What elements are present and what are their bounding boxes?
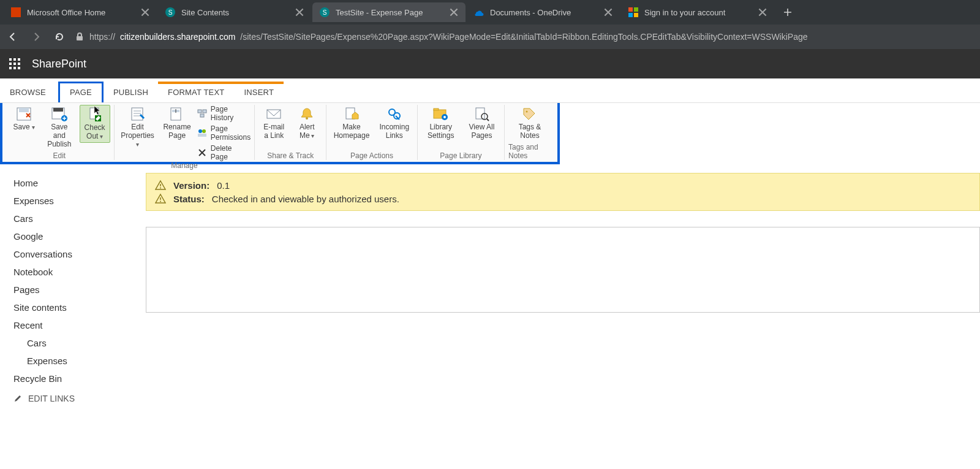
group-label-share-track: Share & Track xyxy=(267,151,314,160)
close-icon[interactable] xyxy=(141,8,149,17)
close-icon[interactable] xyxy=(758,8,767,17)
nav-conversations[interactable]: Conversations xyxy=(13,245,134,263)
close-icon[interactable] xyxy=(450,8,458,17)
url-display[interactable]: https://citizenbuilders.sharepoint.com/s… xyxy=(75,32,808,42)
nav-recent-cars[interactable]: Cars xyxy=(13,334,134,352)
svg-rect-7 xyxy=(628,13,633,17)
svg-text:S: S xyxy=(168,9,173,16)
reload-icon xyxy=(54,31,65,42)
svg-rect-18 xyxy=(18,67,20,69)
browser-address-bar: https://citizenbuilders.sharepoint.com/s… xyxy=(0,25,980,49)
version-label: Version: xyxy=(173,180,209,191)
incoming-links-label: Incoming Links xyxy=(378,123,411,140)
email-link-label: E-mail a Link xyxy=(261,123,287,140)
nav-pages[interactable]: Pages xyxy=(13,281,134,299)
lock-icon xyxy=(75,32,85,42)
svg-rect-16 xyxy=(9,67,12,69)
nav-notebook[interactable]: Notebook xyxy=(13,263,134,281)
nav-site-contents[interactable]: Site contents xyxy=(13,299,134,316)
library-settings-button[interactable]: Library Settings xyxy=(421,105,461,142)
tab-title: Site Contents xyxy=(181,8,289,17)
close-icon[interactable] xyxy=(604,8,612,17)
svg-rect-10 xyxy=(9,58,12,61)
tab-insert[interactable]: INSERT xyxy=(234,82,284,102)
nav-home[interactable]: Home xyxy=(13,174,134,192)
svg-rect-35 xyxy=(200,114,204,117)
quick-launch: Home Expenses Cars Google Conversations … xyxy=(0,164,146,403)
microsoft-icon xyxy=(628,7,638,17)
save-and-publish-button[interactable]: Save and Publish xyxy=(42,105,77,150)
ribbon-tabs: BROWSE PAGE PUBLISH FORMAT TEXT INSERT xyxy=(0,78,980,103)
page-permissions-label: Page Permissions xyxy=(211,124,251,142)
make-homepage-button[interactable]: Make Homepage xyxy=(330,105,373,142)
alert-me-button[interactable]: Alert Me xyxy=(292,105,322,142)
svg-rect-13 xyxy=(9,63,12,65)
reload-button[interactable] xyxy=(51,29,67,45)
browser-tab[interactable]: S Site Contents xyxy=(158,2,311,22)
browser-tab[interactable]: Microsoft Office Home xyxy=(4,2,157,22)
status-label: Status: xyxy=(173,194,205,204)
svg-rect-0 xyxy=(11,7,21,17)
edit-properties-icon xyxy=(129,106,146,122)
email-link-button[interactable]: E-mail a Link xyxy=(258,105,289,142)
delete-page-button[interactable]: Delete Page xyxy=(197,144,251,161)
sharepoint-suite-bar: SharePoint xyxy=(0,49,980,78)
permissions-icon xyxy=(197,128,207,138)
alert-me-label: Alert Me xyxy=(294,123,320,140)
group-label-page-actions: Page Actions xyxy=(350,151,393,160)
wiki-page-editor[interactable] xyxy=(146,227,980,313)
save-button[interactable]: Save xyxy=(9,105,39,133)
svg-rect-46 xyxy=(434,109,439,110)
svg-rect-39 xyxy=(267,110,281,118)
nav-recycle-bin[interactable]: Recycle Bin xyxy=(13,370,134,387)
tab-publish[interactable]: PUBLISH xyxy=(104,82,158,102)
nav-recent-expenses[interactable]: Expenses xyxy=(13,352,134,370)
office-icon xyxy=(11,7,21,17)
svg-rect-34 xyxy=(203,110,206,113)
suite-title[interactable]: SharePoint xyxy=(32,58,86,71)
svg-point-37 xyxy=(202,129,206,133)
edit-properties-button[interactable]: Edit Properties xyxy=(118,105,157,150)
forward-button[interactable] xyxy=(28,29,44,45)
save-label: Save xyxy=(13,123,34,132)
nav-cars[interactable]: Cars xyxy=(13,210,134,227)
check-out-label: Check Out xyxy=(83,124,107,141)
links-icon xyxy=(386,106,403,122)
check-out-button[interactable]: Check Out xyxy=(80,105,110,143)
save-publish-label: Save and Publish xyxy=(44,123,75,148)
close-icon[interactable] xyxy=(295,8,304,17)
nav-expenses[interactable]: Expenses xyxy=(13,192,134,210)
browser-tab[interactable]: Documents - OneDrive xyxy=(467,2,620,22)
svg-text:S: S xyxy=(323,9,327,16)
rename-page-button[interactable]: Rename Page xyxy=(159,105,194,142)
tab-title: Documents - OneDrive xyxy=(490,8,598,17)
view-all-pages-button[interactable]: View All Pages xyxy=(463,105,500,142)
page-history-label: Page History xyxy=(211,105,251,122)
tab-browse[interactable]: BROWSE xyxy=(0,82,56,102)
history-icon xyxy=(197,109,207,118)
tab-format-text[interactable]: FORMAT TEXT xyxy=(158,82,234,102)
tab-title: Sign in to your account xyxy=(644,8,752,17)
new-tab-button[interactable] xyxy=(779,4,796,21)
tags-notes-button[interactable]: Tags & Notes xyxy=(508,105,551,142)
delete-icon xyxy=(197,148,207,158)
page-permissions-button[interactable]: Page Permissions xyxy=(197,124,251,142)
incoming-links-button[interactable]: Incoming Links xyxy=(375,105,413,142)
svg-rect-8 xyxy=(634,13,638,17)
manage-small-buttons: Page History Page Permissions Delete Pag… xyxy=(197,105,251,161)
browser-tab[interactable]: Sign in to your account xyxy=(621,2,774,22)
home-page-icon xyxy=(343,106,360,122)
save-icon xyxy=(15,106,32,122)
nav-recent[interactable]: Recent xyxy=(13,316,134,334)
tab-title: TestSite - Expense Page xyxy=(336,8,443,17)
content-area: Version: 0.1 Status: Checked in and view… xyxy=(146,164,980,403)
nav-google[interactable]: Google xyxy=(13,227,134,245)
edit-links-button[interactable]: EDIT LINKS xyxy=(13,394,134,403)
app-launcher-icon[interactable] xyxy=(9,58,21,70)
back-button[interactable] xyxy=(5,29,21,45)
rename-icon xyxy=(168,106,186,122)
tab-page[interactable]: PAGE xyxy=(58,82,104,102)
browser-tab-active[interactable]: S TestSite - Expense Page xyxy=(312,2,466,22)
svg-rect-22 xyxy=(53,108,63,112)
page-history-button[interactable]: Page History xyxy=(197,105,251,122)
